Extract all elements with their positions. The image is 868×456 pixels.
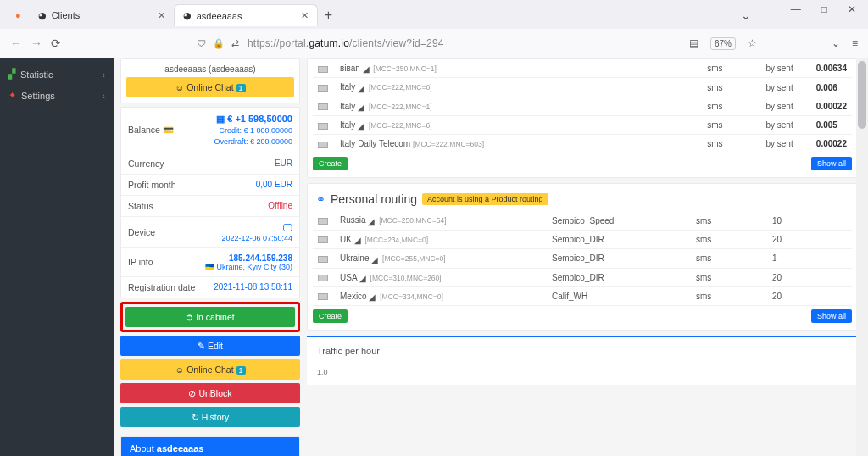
table-row[interactable]: UK ◢ [MCC=234,MNC=0]Sempico_DIRsms20 — [313, 230, 852, 248]
page-scrollbar[interactable] — [856, 58, 868, 456]
flag-icon — [318, 103, 328, 110]
reg-label: Registration date — [128, 282, 195, 292]
table-row[interactable]: Ukraine ◢ [MCC=255,MNC=0]Sempico_DIRsms1 — [313, 249, 852, 268]
bookmark-icon[interactable]: ☆ — [748, 37, 757, 49]
unblock-button[interactable]: ⊘ UnBlock — [120, 383, 300, 403]
overdraft-value: Overdraft: € 200,00000 — [214, 137, 292, 146]
show-all-button[interactable]: Show all — [811, 157, 852, 170]
create-button[interactable]: Create — [313, 309, 348, 323]
favicon-icon: ◕ — [38, 10, 47, 21]
traffic-chart: Traffic per hour 1.0 — [307, 336, 858, 385]
flag-icon — [318, 66, 328, 73]
status-value: Offline — [268, 201, 292, 210]
balance-label: Balance 💳 — [128, 125, 174, 136]
about-header: About asdeeaaas — [121, 437, 299, 456]
win-close-icon[interactable]: ✕ — [848, 3, 856, 15]
gear-icon: ✦ — [8, 90, 16, 101]
tab-close-icon[interactable]: ✕ — [301, 10, 309, 21]
nav-back-icon[interactable]: ← — [10, 36, 22, 50]
edit-button[interactable]: ✎ Edit — [120, 336, 300, 356]
scrollbar-thumb[interactable] — [858, 61, 866, 129]
tab-client-detail[interactable]: ◕ asdeeaaas ✕ — [174, 4, 318, 26]
routing-tag: Account is using a Product routing — [422, 193, 548, 205]
in-cabinet-button[interactable]: ➲ In cabinet — [125, 307, 295, 327]
sidebar-item-statistic[interactable]: ▞ Statistic ‹ — [0, 64, 114, 85]
flag-icon — [318, 236, 328, 243]
device-label: Device — [128, 227, 155, 237]
client-name: asdeeaaas (asdeeaaas) — [126, 63, 294, 77]
currency-label: Currency — [128, 158, 164, 169]
flag-icon — [318, 256, 328, 263]
flag-icon — [318, 142, 328, 148]
history-button[interactable]: ↻ History — [120, 407, 300, 427]
operator-icon: ◢ — [358, 103, 366, 111]
ip-value: 185.244.159.238 — [229, 253, 292, 263]
ip-label: IP info — [128, 257, 153, 267]
reader-icon[interactable]: ▤ — [689, 37, 698, 49]
chevron-left-icon: ‹ — [102, 91, 105, 101]
table-row[interactable]: Italy ◢ [MCC=222,MNC=1]smsby sent0.00022 — [313, 97, 852, 115]
monitor-icon: 🖵 — [282, 222, 292, 234]
operator-icon: ◢ — [371, 255, 380, 264]
table-row[interactable]: USA ◢ [MCC=310,MNC=260]Sempico_DIRsms20 — [313, 268, 852, 286]
operator-icon: ◢ — [369, 292, 377, 301]
tab-label: asdeeaaas — [197, 11, 242, 21]
table-row[interactable]: Italy ◢ [MCC=222,MNC=0]smsby sent0.006 — [313, 78, 852, 97]
credit-value: Credit: € 1 000,00000 — [219, 126, 292, 135]
highlight-cabinet: ➲ In cabinet — [120, 302, 300, 332]
address-bar[interactable]: https://portal.gatum.io/clients/view?id=… — [248, 37, 444, 49]
pricing-table: вівап ◢ [MCC=250,MNC=1]smsby sent0.00634… — [313, 59, 852, 153]
tab-clients[interactable]: ◕ Clients ✕ — [30, 5, 174, 26]
chart-icon: ▞ — [8, 69, 15, 80]
sidebar-item-settings[interactable]: ✦ Settings ‹ — [0, 85, 114, 106]
operator-icon: ◢ — [368, 217, 376, 225]
favicon-icon: ◕ — [183, 10, 192, 21]
routing-icon: ⚭ — [316, 193, 326, 206]
show-all-button[interactable]: Show all — [811, 309, 852, 323]
win-min-icon[interactable]: — — [791, 3, 801, 15]
flag-icon — [318, 85, 328, 92]
table-row[interactable]: Italy Daily Telecom [MCC=222,MNC=603]sms… — [313, 135, 852, 153]
table-row[interactable]: вівап ◢ [MCC=250,MNC=1]smsby sent0.00634 — [313, 59, 852, 78]
online-chat-button[interactable]: ☺ Online Chat 1 — [126, 77, 294, 97]
tab-close-icon[interactable]: ✕ — [158, 10, 165, 21]
menu-icon[interactable]: ≡ — [852, 37, 858, 49]
pocket-icon[interactable]: ⌄ — [832, 37, 840, 49]
operator-icon: ◢ — [359, 274, 368, 282]
routing-table: Russia ◢ [MCC=250,MNC=54]Sempico_Speedsm… — [313, 211, 852, 306]
flag-icon — [318, 218, 328, 225]
flag-icon — [318, 123, 328, 130]
tabs-dropdown-icon[interactable]: ⌄ — [741, 8, 751, 22]
table-row[interactable]: Russia ◢ [MCC=250,MNC=54]Sempico_Speedsm… — [313, 211, 852, 230]
operator-icon: ◢ — [363, 64, 371, 73]
lock-icon[interactable]: 🔒 — [213, 38, 225, 49]
new-tab-button[interactable]: + — [325, 8, 332, 23]
ip-location: 🇺🇦 Ukraine, Kyiv City (30) — [205, 263, 292, 271]
table-row[interactable]: Mexico ◢ [MCC=334,MNC=0]Calif_WHsms20 — [313, 286, 852, 305]
permissions-icon[interactable]: ⇄ — [231, 38, 239, 49]
reg-value: 2021-11-08 13:58:11 — [214, 282, 292, 292]
table-row[interactable]: Italy ◢ [MCC=222,MNC=6]smsby sent0.005 — [313, 116, 852, 135]
create-button[interactable]: Create — [313, 157, 348, 170]
nav-fwd-icon: → — [31, 36, 42, 50]
routing-title: Personal routing — [331, 192, 417, 206]
operator-icon: ◢ — [358, 84, 366, 92]
online-chat-button-2[interactable]: ☺ Online Chat 1 — [120, 359, 300, 380]
shield-icon[interactable]: 🛡 — [197, 38, 206, 49]
sidebar: ▞ Statistic ‹ ✦ Settings ‹ — [0, 58, 114, 456]
firefox-icon: ● — [15, 10, 21, 20]
flag-icon — [318, 275, 328, 281]
status-label: Status — [128, 201, 153, 211]
chart-title: Traffic per hour — [317, 346, 848, 356]
flag-icon — [318, 293, 328, 300]
zoom-level[interactable]: 67% — [710, 37, 736, 50]
nav-refresh-icon[interactable]: ⟳ — [51, 36, 61, 50]
profit-value: 0,00 EUR — [256, 180, 292, 189]
balance-value: ▦ € +1 598,50000 — [216, 114, 292, 124]
operator-icon: ◢ — [358, 121, 366, 130]
operator-icon: ◢ — [354, 236, 363, 244]
device-date: 2022-12-06 07:50:44 — [221, 234, 292, 242]
tab-label: Clients — [52, 10, 81, 20]
chevron-left-icon: ‹ — [102, 70, 105, 80]
win-max-icon[interactable]: □ — [821, 3, 827, 15]
